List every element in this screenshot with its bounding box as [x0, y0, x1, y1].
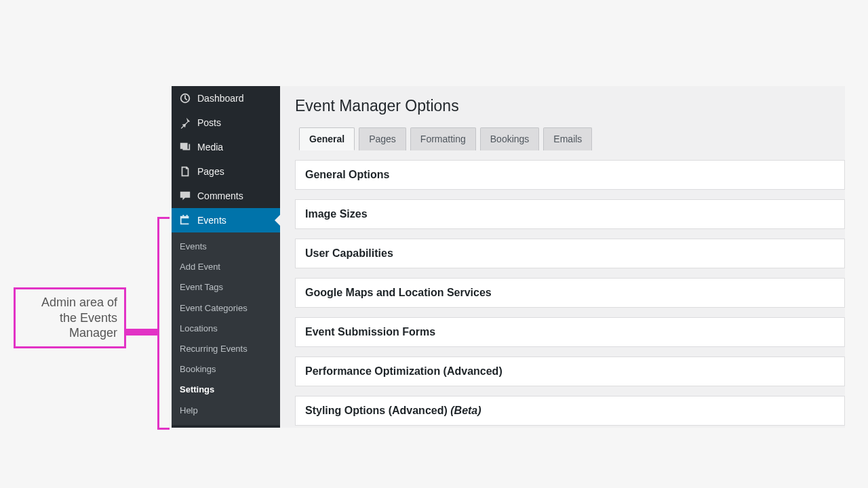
tab-bookings[interactable]: Bookings	[480, 127, 540, 150]
dashboard-icon	[178, 92, 192, 105]
content-area: Event Manager Options General Pages Form…	[280, 86, 845, 428]
submenu-item-event-tags[interactable]: Event Tags	[172, 277, 280, 298]
sidebar-item-dashboard[interactable]: Dashboard	[172, 86, 280, 110]
admin-window: Dashboard Posts Media Pages Comments	[172, 86, 845, 428]
tab-emails[interactable]: Emails	[543, 127, 592, 150]
pages-icon	[178, 165, 192, 178]
submenu-item-add-event[interactable]: Add Event	[172, 257, 280, 277]
media-icon	[178, 140, 192, 154]
tab-pages[interactable]: Pages	[359, 127, 406, 150]
submenu-item-events[interactable]: Events	[172, 237, 280, 257]
pin-icon	[178, 116, 192, 129]
sidebar-item-label: Posts	[197, 117, 221, 128]
panel-styling-options[interactable]: Styling Options (Advanced) (Beta)	[295, 396, 845, 426]
annotation-bracket	[157, 217, 170, 430]
sidebar-item-label: Media	[197, 142, 223, 152]
sidebar-item-label: Events	[197, 215, 226, 226]
submenu-item-settings[interactable]: Settings	[172, 380, 280, 400]
panel-user-capabilities[interactable]: User Capabilities	[295, 239, 845, 268]
sidebar-item-label: Comments	[197, 190, 243, 201]
settings-tabs: General Pages Formatting Bookings Emails	[299, 127, 845, 150]
sidebar-item-posts[interactable]: Posts	[172, 110, 280, 135]
sidebar-item-media[interactable]: Media	[172, 135, 280, 159]
sidebar-item-pages[interactable]: Pages	[172, 159, 280, 184]
comments-icon	[178, 189, 192, 203]
panel-general-options[interactable]: General Options	[295, 160, 845, 190]
admin-sidebar: Dashboard Posts Media Pages Comments	[172, 86, 280, 428]
sidebar-item-label: Pages	[197, 166, 224, 177]
submenu-item-help[interactable]: Help	[172, 401, 280, 421]
submenu-item-bookings[interactable]: Bookings	[172, 359, 280, 380]
annotation-connector	[126, 329, 158, 336]
panel-event-submission[interactable]: Event Submission Forms	[295, 317, 845, 347]
settings-panels: General Options Image Sizes User Capabil…	[295, 160, 845, 426]
calendar-icon	[178, 214, 192, 227]
page-title: Event Manager Options	[295, 97, 845, 115]
panel-image-sizes[interactable]: Image Sizes	[295, 199, 845, 229]
panel-suffix: (Beta)	[450, 405, 481, 416]
sidebar-item-label: Dashboard	[197, 93, 244, 104]
panel-performance[interactable]: Performance Optimization (Advanced)	[295, 357, 845, 386]
tab-general[interactable]: General	[299, 127, 355, 150]
panel-title: Styling Options (Advanced)	[305, 405, 448, 416]
sidebar-item-events[interactable]: Events	[172, 208, 280, 232]
sidebar-item-comments[interactable]: Comments	[172, 184, 280, 208]
submenu-item-event-categories[interactable]: Event Categories	[172, 298, 280, 319]
panel-google-maps[interactable]: Google Maps and Location Services	[295, 278, 845, 308]
tab-formatting[interactable]: Formatting	[410, 127, 476, 150]
events-submenu: Events Add Event Event Tags Event Catego…	[172, 232, 280, 425]
submenu-item-recurring-events[interactable]: Recurring Events	[172, 339, 280, 359]
submenu-item-locations[interactable]: Locations	[172, 319, 280, 339]
annotation-callout: Admin area of the Events Manager	[14, 287, 126, 348]
